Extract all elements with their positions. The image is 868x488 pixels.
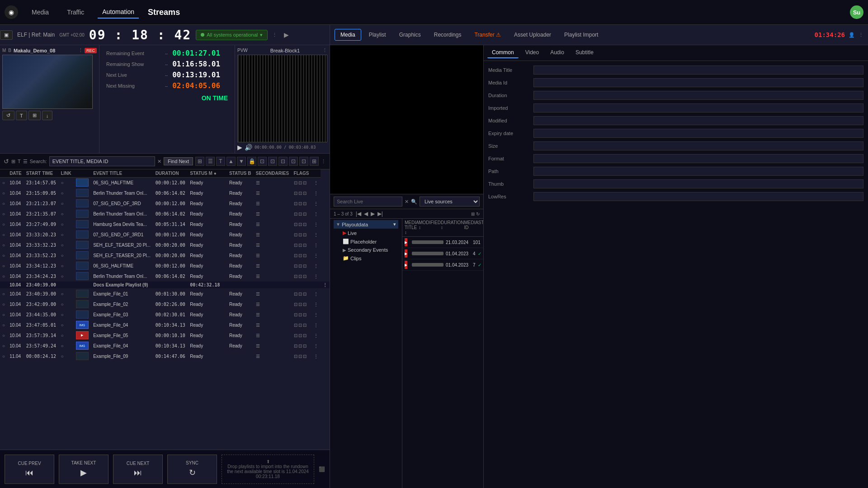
prop-value[interactable] [533,66,863,75]
format-btn[interactable]: ⊞ [28,111,41,120]
icon-a[interactable]: ⊞ [195,157,204,166]
icon-c3[interactable]: ⊡ [278,157,288,166]
tab-playlist-import[interactable]: Playlist Import [559,29,604,40]
flag-2[interactable]: ⊡ [298,180,302,185]
icon-c4[interactable]: ⊡ [289,157,298,166]
row-check[interactable]: ○ [0,310,7,320]
monitor-toggle[interactable]: ▣ [0,30,13,40]
flag-2[interactable]: ⊡ [298,232,302,237]
tree-dropdown-playoutdata[interactable]: ▾ [393,221,396,227]
prop-value[interactable] [533,154,863,163]
icon-up[interactable]: ▲ [226,157,236,166]
drop-zone[interactable]: ⬆ Drop playlists to import into the rund… [222,455,314,484]
next-page-arrow[interactable]: ▶ [370,211,376,217]
flag-1[interactable]: ⊡ [294,291,297,296]
grid-icon[interactable]: ⊞ [11,159,15,164]
icon-lock[interactable]: 🔒 [247,157,256,166]
tab-recordings[interactable]: Recordings [429,29,467,40]
flag-3[interactable]: ⊡ [303,201,307,206]
grid-view-icon[interactable]: ⊞ [471,211,475,216]
flag-3[interactable]: ⊡ [303,191,307,196]
tree-playoutdata[interactable]: ▼ Playoutdata ▾ [334,220,398,229]
cue-prev-button[interactable]: CUE PREV ⏮ [5,455,54,484]
forward-arrow[interactable]: ▶ [282,31,291,38]
prop-value[interactable] [533,192,863,201]
prop-value[interactable] [533,129,863,138]
group-more[interactable]: ⋮ [321,282,330,289]
flag-2[interactable]: ⊡ [298,312,302,317]
layout-icon[interactable]: ☰ [23,159,28,164]
flag-3[interactable]: ⊡ [303,312,307,317]
flag-1[interactable]: ⊡ [294,333,297,338]
icon-down[interactable]: ▼ [237,157,246,166]
flag-3[interactable]: ⊡ [303,180,307,185]
flag-3[interactable]: ⊡ [303,232,307,237]
find-next-button[interactable]: Find Next [164,157,193,165]
row-more[interactable]: ⋮ [311,198,321,209]
flag-1[interactable]: ⊡ [294,191,297,196]
flag-2[interactable]: ⊡ [298,253,302,258]
prev-page-arrow[interactable]: ◀ [363,211,369,217]
row-check[interactable]: ○ [0,299,7,310]
user-icon[interactable]: 👤 [849,32,855,38]
row-more[interactable]: ⋮ [311,320,321,330]
nav-media[interactable]: Media [27,6,53,18]
row-more[interactable]: ⋮ [311,230,321,240]
row-check[interactable]: ○ [0,188,7,198]
tree-clips[interactable]: 📁 Clips [334,254,398,263]
live-search-icon[interactable]: 🔍 [411,199,417,205]
flag-1[interactable]: ⊡ [294,323,297,328]
flag-2[interactable]: ⊡ [298,302,302,307]
row-check[interactable]: ○ [0,261,7,271]
row-check[interactable]: ○ [0,178,7,188]
list-view-icon[interactable]: ↻ [476,211,480,216]
flag-2[interactable]: ⊡ [298,333,302,338]
flag-2[interactable]: ⊡ [298,222,302,227]
flag-2[interactable]: ⊡ [298,243,302,248]
flag-1[interactable]: ⊡ [294,201,297,206]
refresh-icon[interactable]: ↺ [4,158,9,165]
row-more[interactable]: ⋮ [311,250,321,261]
prop-value[interactable] [533,103,863,113]
flag-2[interactable]: ⊡ [298,263,302,268]
settings-icon[interactable]: ⋮ [859,32,863,38]
row-check[interactable]: ○ [0,289,7,299]
row-more[interactable]: ⋮ [311,178,321,188]
row-check[interactable]: ○ [0,341,7,351]
flag-2[interactable]: ⊡ [298,191,302,196]
bottom-corner-icon[interactable]: ⬛ [319,466,325,472]
flag-3[interactable]: ⊡ [303,333,307,338]
flag-2[interactable]: ⊡ [298,343,302,348]
tab-media[interactable]: Media [335,29,361,41]
icon-c1[interactable]: ⊡ [258,157,267,166]
preview-more-icon[interactable]: ⋮ [78,47,83,53]
icon-copy[interactable]: ⊞ [310,157,319,166]
search-clear-btn[interactable]: ✕ [157,159,161,164]
flag-1[interactable]: ⊡ [294,354,297,359]
row-check[interactable]: ○ [0,198,7,209]
last-page-arrow[interactable]: ▶| [377,211,384,217]
flag-1[interactable]: ⊡ [294,211,297,216]
text-t-icon[interactable]: T [18,159,21,164]
flag-3[interactable]: ⊡ [303,211,307,216]
row-more[interactable]: ⋮ [311,330,321,341]
tab-transfer[interactable]: Transfer ⚠ [469,29,506,40]
prop-value[interactable] [533,167,863,176]
live-search-clear[interactable]: ✕ [405,199,409,205]
down-btn[interactable]: ↓ [42,111,53,120]
pvw-play-btn[interactable]: ▶ [237,144,242,151]
user-avatar[interactable]: Su [850,5,863,19]
nav-traffic[interactable]: Traffic [62,6,89,18]
flag-3[interactable]: ⊡ [303,302,307,307]
flag-1[interactable]: ⊡ [294,263,297,268]
row-more[interactable]: ⋮ [311,351,321,361]
row-check[interactable]: ○ [0,240,7,250]
flag-1[interactable]: ⊡ [294,253,297,258]
flag-1[interactable]: ⊡ [294,180,297,185]
flag-2[interactable]: ⊡ [298,291,302,296]
row-check[interactable]: ○ [0,209,7,219]
row-more[interactable]: ⋮ [311,289,321,299]
take-next-button[interactable]: TAKE NEXT ▶ [59,455,108,484]
row-more[interactable]: ⋮ [311,299,321,310]
row-check[interactable]: ○ [0,271,7,282]
